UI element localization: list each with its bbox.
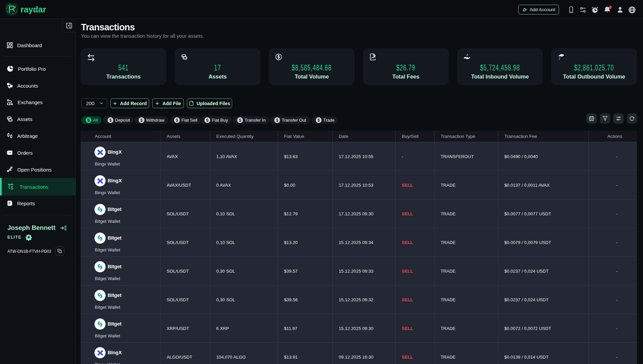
svg-text:$: $ (11, 186, 13, 190)
